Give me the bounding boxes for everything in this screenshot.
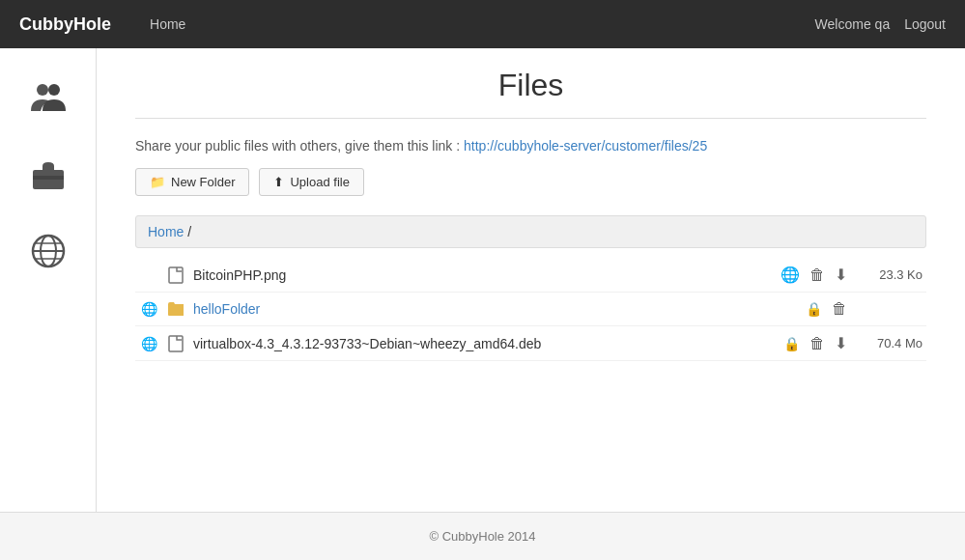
file-svg-icon [168,266,184,284]
svg-rect-3 [33,176,64,180]
sidebar-users-icon[interactable] [19,68,77,126]
file-type-icon-2 [166,301,185,317]
upload-file-label: Upload file [290,175,349,189]
upload-icon: ⬆ [273,175,284,189]
share-info: Share your public files with others, giv… [135,138,926,154]
svg-rect-9 [169,267,183,283]
footer: © CubbyHole 2014 [0,512,965,560]
new-folder-button[interactable]: 📁 New Folder [135,168,249,196]
file-size-1: 23.3 Ko [855,267,922,282]
file-type-icon-1 [166,266,185,284]
sidebar-tools-icon[interactable] [19,145,77,203]
new-folder-label: New Folder [171,175,235,189]
folder-icon: 📁 [150,175,165,189]
file-name-3: virtualbox-4.3_4.3.12-93733~Debian~wheez… [193,336,776,351]
sidebar [0,48,97,512]
file-actions-1: 🌐 🗑 ⬇ [781,266,847,284]
visibility-icon-3: 🌐 [139,336,158,351]
share-url-link[interactable]: http://cubbyhole-server/customer/files/2… [464,138,707,154]
breadcrumb-separator: / [187,224,191,239]
globe-vis-icon-3: 🌐 [141,336,157,351]
navbar: CubbyHole Home Welcome qa Logout [0,0,965,48]
action-buttons: 📁 New Folder ⬆ Upload file [135,168,926,196]
breadcrumb-home-link[interactable]: Home [148,224,184,239]
visibility-icon-2: 🌐 [139,301,158,317]
globe-vis-icon-2: 🌐 [141,301,157,317]
page-wrapper: Files Share your public files with other… [0,48,965,512]
table-row: 🌐 helloFolder 🔒 🗑 [135,293,926,326]
footer-text: © CubbyHole 2014 [429,529,535,544]
main-content: Files Share your public files with other… [97,48,965,512]
welcome-text: Welcome qa [815,16,891,32]
svg-point-1 [48,84,60,96]
download-icon-1[interactable]: ⬇ [835,266,847,284]
logout-link[interactable]: Logout [904,16,946,32]
file-type-icon-3 [166,335,185,352]
share-prefix: Share your public files with others, giv… [135,138,460,154]
file-svg-icon-2 [168,335,184,352]
file-actions-2: 🔒 🗑 [806,300,847,318]
delete-icon-2[interactable]: 🗑 [832,300,847,318]
globe-svg-icon [29,232,68,270]
file-actions-3: 🔒 🗑 ⬇ [783,334,847,352]
upload-file-button[interactable]: ⬆ Upload file [259,168,363,196]
file-name-1: BitcoinPHP.png [193,267,773,283]
delete-icon-1[interactable]: 🗑 [809,266,825,284]
globe-action-icon-1[interactable]: 🌐 [781,266,800,284]
navbar-brand[interactable]: CubbyHole [19,14,111,35]
download-icon-3[interactable]: ⬇ [835,334,847,352]
table-row: BitcoinPHP.png 🌐 🗑 ⬇ 23.3 Ko [135,258,926,293]
lock-action-icon-2[interactable]: 🔒 [806,301,822,317]
folder-svg-icon [167,301,184,317]
tools-svg-icon [29,154,68,193]
delete-icon-3[interactable]: 🗑 [809,335,825,352]
navbar-nav: Home [140,12,815,37]
breadcrumb: Home / [135,215,926,248]
file-list: BitcoinPHP.png 🌐 🗑 ⬇ 23.3 Ko 🌐 [135,258,926,361]
svg-point-0 [37,84,48,96]
file-size-3: 70.4 Mo [855,336,922,350]
table-row: 🌐 virtualbox-4.3_4.3.12-93733~Debian~whe… [135,326,926,361]
folder-link-2[interactable]: helloFolder [193,301,260,317]
file-name-2: helloFolder [193,301,798,317]
navbar-right: Welcome qa Logout [815,16,946,32]
sidebar-globe-icon[interactable] [19,222,77,280]
nav-home-link[interactable]: Home [140,12,195,37]
svg-rect-10 [169,336,183,351]
page-title: Files [135,68,926,119]
users-svg-icon [29,77,68,116]
lock-action-icon-3[interactable]: 🔒 [783,336,800,351]
